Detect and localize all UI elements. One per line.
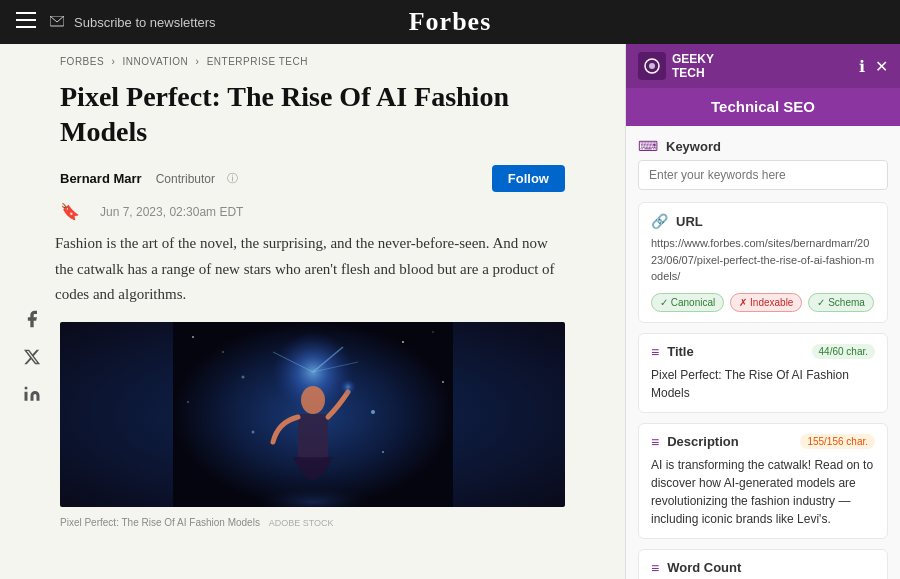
description-char-count: 155/156 char. xyxy=(800,434,875,449)
author-role: Contributor xyxy=(156,172,215,186)
svg-point-6 xyxy=(192,336,194,338)
url-label: URL xyxy=(676,214,703,229)
social-share-sidebar xyxy=(20,309,44,408)
description-icon: ≡ xyxy=(651,434,659,450)
close-icon[interactable]: ✕ xyxy=(875,57,888,76)
svg-point-10 xyxy=(187,401,189,403)
description-label: Description xyxy=(667,434,739,449)
word-count-header: ≡ Word Count xyxy=(651,560,875,576)
url-section: 🔗 URL https://www.forbes.com/sites/berna… xyxy=(638,202,888,323)
svg-point-20 xyxy=(371,410,375,414)
svg-point-18 xyxy=(340,379,356,395)
image-caption: Pixel Perfect: The Rise Of AI Fashion Mo… xyxy=(0,513,625,532)
svg-point-11 xyxy=(442,381,444,383)
svg-point-22 xyxy=(382,451,384,453)
sidebar-topbar-icons: ℹ ✕ xyxy=(859,57,888,76)
description-section-header: ≡ Description 155/156 char. xyxy=(651,434,875,450)
title-section-header: ≡ Title 44/60 char. xyxy=(651,344,875,360)
sidebar-content: ⌨ Keyword 🔗 URL https://www.forbes.com/s… xyxy=(626,126,900,579)
description-value: AI is transforming the catwalk! Read on … xyxy=(651,456,875,528)
description-section: ≡ Description 155/156 char. AI is transf… xyxy=(638,423,888,539)
word-count-section: ≡ Word Count 1610 words, 9964 characters xyxy=(638,549,888,580)
facebook-icon[interactable] xyxy=(20,309,44,334)
title-label: Title xyxy=(667,344,694,359)
title-char-count: 44/60 char. xyxy=(812,344,875,359)
menu-icon[interactable] xyxy=(16,12,36,32)
title-icon: ≡ xyxy=(651,344,659,360)
canonical-badge: ✓ Canonical xyxy=(651,293,724,312)
article-meta-row: 🔖 Jun 7, 2023, 02:30am EDT xyxy=(0,198,625,231)
url-value[interactable]: https://www.forbes.com/sites/bernardmarr… xyxy=(651,235,875,285)
article-title: Pixel Perfect: The Rise Of AI Fashion Mo… xyxy=(0,73,625,159)
svg-rect-17 xyxy=(298,414,328,459)
sidebar-topbar: GEEKY TECH ℹ ✕ xyxy=(626,44,900,88)
svg-point-8 xyxy=(402,341,404,343)
follow-button[interactable]: Follow xyxy=(492,165,565,192)
svg-rect-2 xyxy=(16,26,36,28)
logo-icon xyxy=(638,52,666,80)
keyword-label: Keyword xyxy=(666,139,721,154)
sidebar-panel: GEEKY TECH ℹ ✕ Technical SEO ⌨ Keyword xyxy=(625,44,900,579)
twitter-x-icon[interactable] xyxy=(20,348,44,371)
svg-point-23 xyxy=(241,375,244,378)
article-date: Jun 7, 2023, 02:30am EDT xyxy=(100,205,243,219)
svg-point-7 xyxy=(222,351,224,353)
keyword-icon: ⌨ xyxy=(638,138,658,154)
url-icon: 🔗 xyxy=(651,213,668,229)
svg-point-25 xyxy=(649,63,655,69)
breadcrumb: FORBES › INNOVATION › ENTERPRISE TECH xyxy=(0,44,625,73)
bookmark-icon[interactable]: 🔖 xyxy=(60,202,80,221)
title-section: ≡ Title 44/60 char. Pixel Perfect: The R… xyxy=(638,333,888,413)
forbes-logo: Forbes xyxy=(409,7,492,37)
keyword-section-header: ⌨ Keyword xyxy=(638,138,888,154)
word-count-label: Word Count xyxy=(667,560,741,575)
article-pane: FORBES › INNOVATION › ENTERPRISE TECH Pi… xyxy=(0,44,625,579)
svg-rect-0 xyxy=(16,12,36,14)
article-body: Fashion is the art of the novel, the sur… xyxy=(0,231,625,308)
subscribe-link[interactable]: Subscribe to newsletters xyxy=(50,15,216,30)
info-icon[interactable]: ℹ xyxy=(859,57,865,76)
author-name[interactable]: Bernard Marr xyxy=(60,171,142,186)
keyword-input[interactable] xyxy=(638,160,888,190)
top-navigation: Subscribe to newsletters Forbes xyxy=(0,0,900,44)
schema-badge: ✓ Schema xyxy=(808,293,873,312)
sidebar-title-bar: Technical SEO xyxy=(626,88,900,126)
article-image xyxy=(60,322,565,507)
brand-name: GEEKY TECH xyxy=(672,52,714,81)
linkedin-icon[interactable] xyxy=(20,385,44,408)
svg-point-21 xyxy=(251,430,254,433)
word-count-icon: ≡ xyxy=(651,560,659,576)
indexable-badge: ✗ Indexable xyxy=(730,293,802,312)
author-row: Bernard Marr Contributor ⓘ Follow xyxy=(0,159,625,198)
title-value: Pixel Perfect: The Rise Of AI Fashion Mo… xyxy=(651,366,875,402)
svg-point-16 xyxy=(301,386,325,414)
geeky-tech-logo: GEEKY TECH xyxy=(638,52,714,81)
url-badges: ✓ Canonical ✗ Indexable ✓ Schema xyxy=(651,293,875,312)
svg-rect-1 xyxy=(16,19,36,21)
author-info-icon[interactable]: ⓘ xyxy=(227,171,238,186)
url-section-header: 🔗 URL xyxy=(651,213,875,229)
svg-point-4 xyxy=(25,387,28,390)
svg-point-9 xyxy=(432,331,433,332)
